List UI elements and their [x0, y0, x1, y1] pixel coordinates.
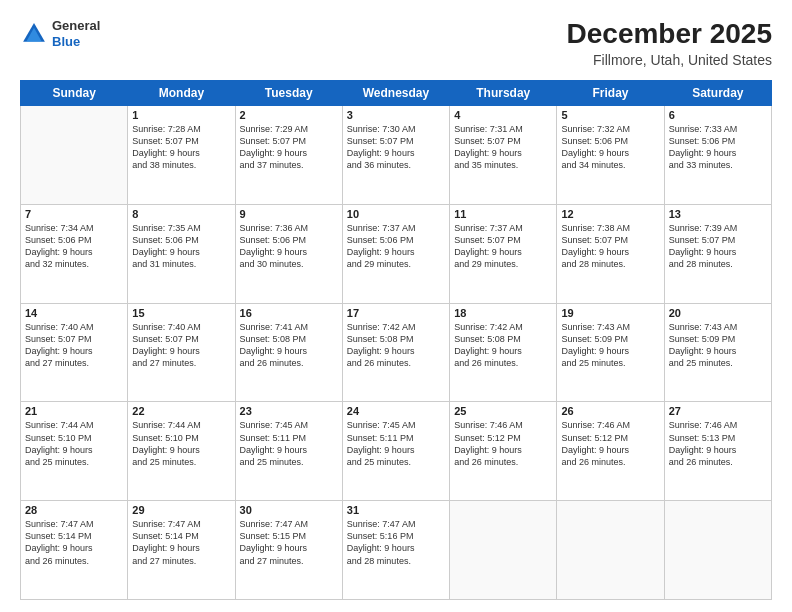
day-number: 31 [347, 504, 445, 516]
cell-info: Sunrise: 7:47 AMSunset: 5:15 PMDaylight:… [240, 518, 338, 567]
cell-info: Sunrise: 7:47 AMSunset: 5:16 PMDaylight:… [347, 518, 445, 567]
table-row: 2Sunrise: 7:29 AMSunset: 5:07 PMDaylight… [235, 106, 342, 205]
day-number: 26 [561, 405, 659, 417]
table-row: 25Sunrise: 7:46 AMSunset: 5:12 PMDayligh… [450, 402, 557, 501]
cell-info: Sunrise: 7:36 AMSunset: 5:06 PMDaylight:… [240, 222, 338, 271]
main-title: December 2025 [567, 18, 772, 50]
day-number: 30 [240, 504, 338, 516]
table-row: 30Sunrise: 7:47 AMSunset: 5:15 PMDayligh… [235, 501, 342, 600]
day-number: 22 [132, 405, 230, 417]
table-row: 13Sunrise: 7:39 AMSunset: 5:07 PMDayligh… [664, 204, 771, 303]
table-row: 24Sunrise: 7:45 AMSunset: 5:11 PMDayligh… [342, 402, 449, 501]
day-number: 9 [240, 208, 338, 220]
header-monday: Monday [128, 81, 235, 106]
table-row: 16Sunrise: 7:41 AMSunset: 5:08 PMDayligh… [235, 303, 342, 402]
table-row: 10Sunrise: 7:37 AMSunset: 5:06 PMDayligh… [342, 204, 449, 303]
cell-info: Sunrise: 7:37 AMSunset: 5:07 PMDaylight:… [454, 222, 552, 271]
table-row: 27Sunrise: 7:46 AMSunset: 5:13 PMDayligh… [664, 402, 771, 501]
cell-info: Sunrise: 7:47 AMSunset: 5:14 PMDaylight:… [132, 518, 230, 567]
day-number: 13 [669, 208, 767, 220]
table-row: 17Sunrise: 7:42 AMSunset: 5:08 PMDayligh… [342, 303, 449, 402]
cell-info: Sunrise: 7:43 AMSunset: 5:09 PMDaylight:… [669, 321, 767, 370]
header-tuesday: Tuesday [235, 81, 342, 106]
header: General Blue December 2025 Fillmore, Uta… [20, 18, 772, 68]
cell-info: Sunrise: 7:46 AMSunset: 5:12 PMDaylight:… [454, 419, 552, 468]
cell-info: Sunrise: 7:46 AMSunset: 5:12 PMDaylight:… [561, 419, 659, 468]
day-number: 25 [454, 405, 552, 417]
cell-info: Sunrise: 7:46 AMSunset: 5:13 PMDaylight:… [669, 419, 767, 468]
day-number: 21 [25, 405, 123, 417]
day-number: 19 [561, 307, 659, 319]
subtitle: Fillmore, Utah, United States [567, 52, 772, 68]
day-number: 17 [347, 307, 445, 319]
table-row [450, 501, 557, 600]
page: General Blue December 2025 Fillmore, Uta… [0, 0, 792, 612]
table-row: 22Sunrise: 7:44 AMSunset: 5:10 PMDayligh… [128, 402, 235, 501]
title-block: December 2025 Fillmore, Utah, United Sta… [567, 18, 772, 68]
day-number: 29 [132, 504, 230, 516]
table-row: 29Sunrise: 7:47 AMSunset: 5:14 PMDayligh… [128, 501, 235, 600]
cell-info: Sunrise: 7:33 AMSunset: 5:06 PMDaylight:… [669, 123, 767, 172]
day-number: 2 [240, 109, 338, 121]
table-row: 6Sunrise: 7:33 AMSunset: 5:06 PMDaylight… [664, 106, 771, 205]
header-saturday: Saturday [664, 81, 771, 106]
table-row [557, 501, 664, 600]
cell-info: Sunrise: 7:42 AMSunset: 5:08 PMDaylight:… [454, 321, 552, 370]
cell-info: Sunrise: 7:44 AMSunset: 5:10 PMDaylight:… [25, 419, 123, 468]
table-row [664, 501, 771, 600]
table-row: 21Sunrise: 7:44 AMSunset: 5:10 PMDayligh… [21, 402, 128, 501]
table-row: 4Sunrise: 7:31 AMSunset: 5:07 PMDaylight… [450, 106, 557, 205]
header-sunday: Sunday [21, 81, 128, 106]
table-row: 15Sunrise: 7:40 AMSunset: 5:07 PMDayligh… [128, 303, 235, 402]
day-number: 28 [25, 504, 123, 516]
cell-info: Sunrise: 7:45 AMSunset: 5:11 PMDaylight:… [347, 419, 445, 468]
cell-info: Sunrise: 7:41 AMSunset: 5:08 PMDaylight:… [240, 321, 338, 370]
table-row: 7Sunrise: 7:34 AMSunset: 5:06 PMDaylight… [21, 204, 128, 303]
day-number: 10 [347, 208, 445, 220]
table-row: 28Sunrise: 7:47 AMSunset: 5:14 PMDayligh… [21, 501, 128, 600]
day-number: 3 [347, 109, 445, 121]
logo-icon [20, 20, 48, 48]
logo: General Blue [20, 18, 100, 49]
header-thursday: Thursday [450, 81, 557, 106]
cell-info: Sunrise: 7:35 AMSunset: 5:06 PMDaylight:… [132, 222, 230, 271]
table-row: 5Sunrise: 7:32 AMSunset: 5:06 PMDaylight… [557, 106, 664, 205]
day-number: 6 [669, 109, 767, 121]
cell-info: Sunrise: 7:28 AMSunset: 5:07 PMDaylight:… [132, 123, 230, 172]
cell-info: Sunrise: 7:43 AMSunset: 5:09 PMDaylight:… [561, 321, 659, 370]
day-number: 15 [132, 307, 230, 319]
cell-info: Sunrise: 7:45 AMSunset: 5:11 PMDaylight:… [240, 419, 338, 468]
table-row: 31Sunrise: 7:47 AMSunset: 5:16 PMDayligh… [342, 501, 449, 600]
day-number: 18 [454, 307, 552, 319]
table-row: 14Sunrise: 7:40 AMSunset: 5:07 PMDayligh… [21, 303, 128, 402]
table-row: 18Sunrise: 7:42 AMSunset: 5:08 PMDayligh… [450, 303, 557, 402]
day-number: 8 [132, 208, 230, 220]
header-wednesday: Wednesday [342, 81, 449, 106]
table-row: 11Sunrise: 7:37 AMSunset: 5:07 PMDayligh… [450, 204, 557, 303]
day-number: 27 [669, 405, 767, 417]
header-friday: Friday [557, 81, 664, 106]
day-number: 23 [240, 405, 338, 417]
table-row: 1Sunrise: 7:28 AMSunset: 5:07 PMDaylight… [128, 106, 235, 205]
day-number: 5 [561, 109, 659, 121]
calendar-week-row: 21Sunrise: 7:44 AMSunset: 5:10 PMDayligh… [21, 402, 772, 501]
calendar-week-row: 1Sunrise: 7:28 AMSunset: 5:07 PMDaylight… [21, 106, 772, 205]
cell-info: Sunrise: 7:32 AMSunset: 5:06 PMDaylight:… [561, 123, 659, 172]
table-row: 20Sunrise: 7:43 AMSunset: 5:09 PMDayligh… [664, 303, 771, 402]
logo-text: General Blue [52, 18, 100, 49]
cell-info: Sunrise: 7:30 AMSunset: 5:07 PMDaylight:… [347, 123, 445, 172]
calendar-week-row: 7Sunrise: 7:34 AMSunset: 5:06 PMDaylight… [21, 204, 772, 303]
cell-info: Sunrise: 7:40 AMSunset: 5:07 PMDaylight:… [132, 321, 230, 370]
table-row: 9Sunrise: 7:36 AMSunset: 5:06 PMDaylight… [235, 204, 342, 303]
day-number: 11 [454, 208, 552, 220]
table-row: 3Sunrise: 7:30 AMSunset: 5:07 PMDaylight… [342, 106, 449, 205]
cell-info: Sunrise: 7:34 AMSunset: 5:06 PMDaylight:… [25, 222, 123, 271]
table-row [21, 106, 128, 205]
cell-info: Sunrise: 7:39 AMSunset: 5:07 PMDaylight:… [669, 222, 767, 271]
cell-info: Sunrise: 7:37 AMSunset: 5:06 PMDaylight:… [347, 222, 445, 271]
cell-info: Sunrise: 7:42 AMSunset: 5:08 PMDaylight:… [347, 321, 445, 370]
day-number: 14 [25, 307, 123, 319]
day-number: 16 [240, 307, 338, 319]
cell-info: Sunrise: 7:47 AMSunset: 5:14 PMDaylight:… [25, 518, 123, 567]
day-number: 20 [669, 307, 767, 319]
